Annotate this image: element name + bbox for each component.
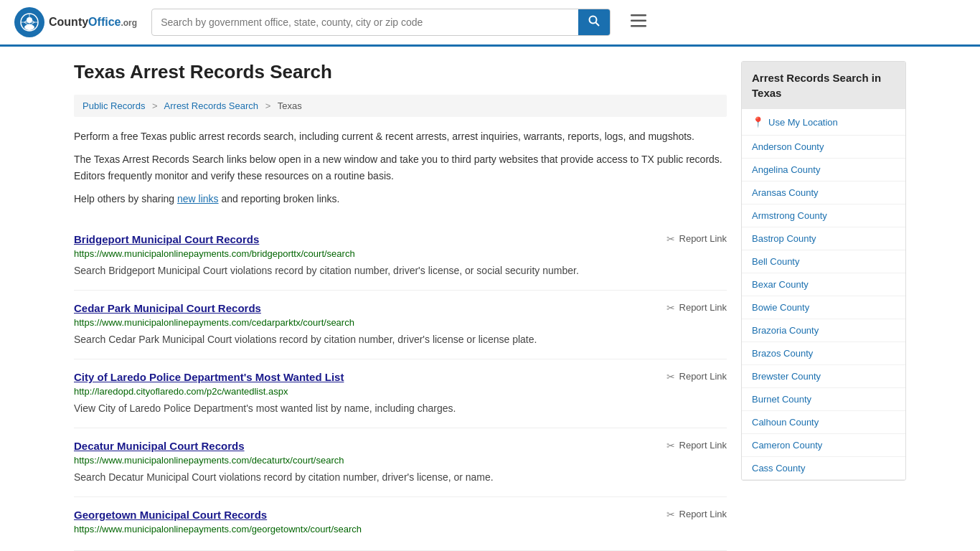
flag-icon: ✂ [666,233,675,245]
county-link[interactable]: Armstrong County [742,204,905,227]
search-bar [151,9,611,36]
breadcrumb-current: Texas [278,100,302,111]
list-item: Bastrop County [742,227,905,250]
list-item: Bexar County [742,273,905,296]
use-my-location[interactable]: 📍 Use My Location [742,109,905,136]
list-item: Bell County [742,250,905,273]
county-link[interactable]: Brazoria County [742,319,905,342]
report-link-button[interactable]: ✂ Report Link [666,371,727,382]
county-link[interactable]: Aransas County [742,182,905,204]
record-url: https://www.municipalonlinepayments.com/… [74,524,727,534]
list-item: Brewster County [742,365,905,388]
county-link[interactable]: Bowie County [742,296,905,319]
record-title[interactable]: Georgetown Municipal Court Records [74,509,267,521]
list-item: Aransas County [742,182,905,204]
record-title[interactable]: City of Laredo Police Department's Most … [74,371,344,383]
records-list: Bridgeport Municipal Court Records ✂ Rep… [74,222,727,551]
record-header: Georgetown Municipal Court Records ✂ Rep… [74,509,727,521]
flag-icon: ✂ [666,509,675,520]
county-link[interactable]: Cass County [742,457,905,479]
record-url: https://www.municipalonlinepayments.com/… [74,455,727,466]
sidebar-box: Arrest Records Search in Texas 📍 Use My … [741,61,906,481]
breadcrumb-sep-1: > [152,100,158,111]
record-header: City of Laredo Police Department's Most … [74,371,727,383]
report-link-button[interactable]: ✂ Report Link [666,302,727,314]
list-item: Brazoria County [742,319,905,342]
logo-text: CountyOffice.org [49,16,137,29]
breadcrumb-public-records[interactable]: Public Records [83,100,145,111]
list-item: Burnet County [742,388,905,411]
page-title: Texas Arrest Records Search [74,61,727,83]
county-link[interactable]: Bexar County [742,273,905,296]
list-item: Bowie County [742,296,905,319]
use-my-location-link[interactable]: Use My Location [768,117,838,128]
report-link-button[interactable]: ✂ Report Link [666,509,727,520]
record-url: https://www.municipalonlinepayments.com/… [74,248,727,259]
record-description: Search Decatur Municipal Court violation… [74,470,727,485]
county-link[interactable]: Burnet County [742,388,905,410]
new-links-link[interactable]: new links [177,193,219,204]
list-item: Cass County [742,457,905,480]
record-title[interactable]: Cedar Park Municipal Court Records [74,302,261,314]
location-icon: 📍 [752,116,764,128]
logo-icon [14,7,44,37]
list-item: Calhoun County [742,411,905,434]
record-description: Search Cedar Park Municipal Court violat… [74,332,727,347]
county-link[interactable]: Cameron County [742,434,905,456]
report-link-label: Report Link [679,302,727,313]
search-button[interactable] [578,9,610,35]
flag-icon: ✂ [666,440,675,451]
search-input[interactable] [152,11,578,34]
description-3: Help others by sharing new links and rep… [74,191,727,207]
record-description: View City of Laredo Police Department's … [74,401,727,416]
list-item: Armstrong County [742,204,905,227]
sidebar: Arrest Records Search in Texas 📍 Use My … [741,61,906,551]
report-link-button[interactable]: ✂ Report Link [666,233,727,245]
svg-rect-8 [631,20,646,22]
report-link-label: Report Link [679,440,727,451]
svg-rect-7 [631,14,646,17]
logo-link[interactable]: CountyOffice.org [14,7,137,37]
record-title[interactable]: Bridgeport Municipal Court Records [74,233,259,245]
breadcrumb-sep-2: > [265,100,271,111]
record-header: Decatur Municipal Court Records ✂ Report… [74,440,727,452]
county-link[interactable]: Brazos County [742,342,905,364]
record-header: Cedar Park Municipal Court Records ✂ Rep… [74,302,727,314]
sidebar-title: Arrest Records Search in Texas [742,62,905,109]
record-url: http://laredopd.cityoflaredo.com/p2c/wan… [74,386,727,397]
county-link[interactable]: Brewster County [742,365,905,387]
list-item: Angelina County [742,159,905,182]
list-item: Brazos County [742,342,905,365]
menu-button[interactable] [625,10,652,34]
list-item: Anderson County [742,136,905,159]
record-item: City of Laredo Police Department's Most … [74,359,727,428]
county-link[interactable]: Bastrop County [742,227,905,250]
svg-rect-9 [631,25,646,27]
record-item: Decatur Municipal Court Records ✂ Report… [74,428,727,497]
record-item: Georgetown Municipal Court Records ✂ Rep… [74,497,727,551]
record-url: https://www.municipalonlinepayments.com/… [74,317,727,328]
breadcrumb-arrest-records[interactable]: Arrest Records Search [164,100,259,111]
record-title[interactable]: Decatur Municipal Court Records [74,440,245,452]
svg-line-6 [596,23,600,27]
description-2: The Texas Arrest Records Search links be… [74,151,727,184]
flag-icon: ✂ [666,302,675,314]
list-item: Cameron County [742,434,905,457]
svg-point-5 [590,17,597,24]
record-item: Bridgeport Municipal Court Records ✂ Rep… [74,222,727,291]
description-1: Perform a free Texas public arrest recor… [74,128,727,144]
record-item: Cedar Park Municipal Court Records ✂ Rep… [74,291,727,359]
report-link-label: Report Link [679,509,727,519]
report-link-label: Report Link [679,371,727,382]
county-link[interactable]: Bell County [742,250,905,273]
content-area: Texas Arrest Records Search Public Recor… [74,61,727,551]
report-link-label: Report Link [679,233,727,244]
county-link[interactable]: Angelina County [742,159,905,181]
header: CountyOffice.org [0,0,980,47]
report-link-button[interactable]: ✂ Report Link [666,440,727,451]
county-link[interactable]: Calhoun County [742,411,905,433]
breadcrumb: Public Records > Arrest Records Search >… [74,95,727,117]
flag-icon: ✂ [666,371,675,382]
county-link[interactable]: Anderson County [742,136,905,158]
county-list: Anderson CountyAngelina CountyAransas Co… [742,136,905,480]
